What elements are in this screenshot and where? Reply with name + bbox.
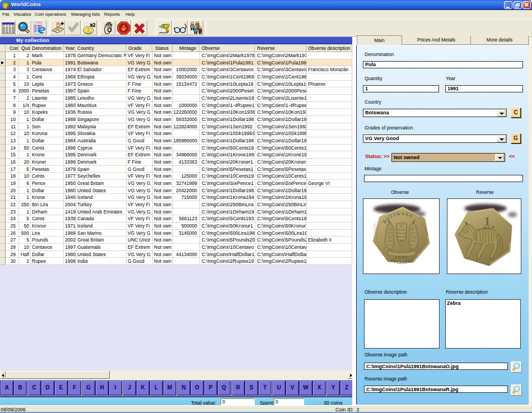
svg-text:1991: 1991	[395, 254, 408, 260]
